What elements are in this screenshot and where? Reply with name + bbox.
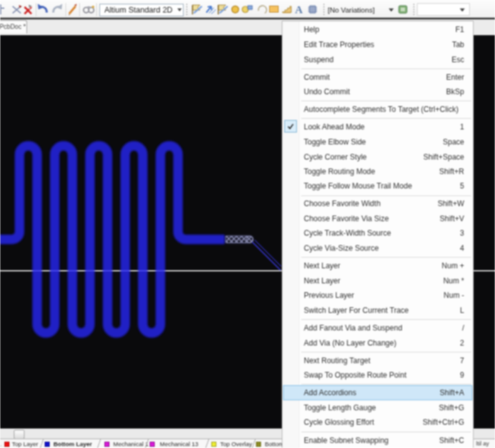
svg-text:A: A: [295, 4, 303, 16]
svg-text:[No Variations]: [No Variations]: [328, 6, 375, 14]
svg-text:Altium Standard 2D: Altium Standard 2D: [104, 6, 172, 14]
